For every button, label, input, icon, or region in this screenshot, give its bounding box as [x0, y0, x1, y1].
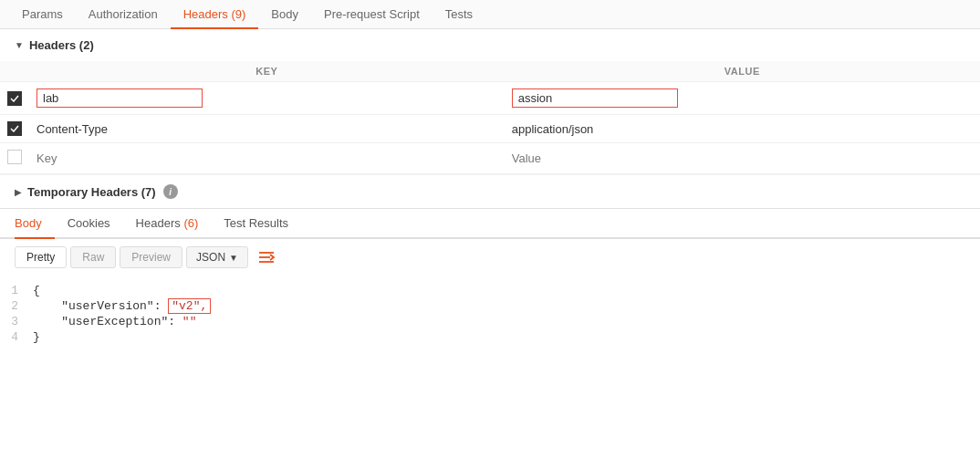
headers-section: ▼ Headers (2) KEY VALUE — [0, 29, 980, 208]
response-toolbar: Pretty Raw Preview JSON ▼ — [0, 239, 980, 276]
line-num-2: 2 — [0, 299, 33, 313]
code-content-2: "userVersion": "v2", — [33, 299, 980, 313]
key-input-placeholder[interactable] — [36, 151, 497, 165]
value-cell-placeholder[interactable] — [505, 143, 980, 174]
key-col-header: KEY — [29, 61, 505, 82]
code-content-1: { — [33, 284, 980, 297]
code-content-4: } — [33, 330, 980, 344]
key-highlight-1 — [36, 88, 203, 108]
tab-prerequest[interactable]: Pre-request Script — [311, 0, 433, 28]
chevron-down-icon: ▼ — [229, 253, 238, 263]
bottom-tab-body[interactable]: Body — [15, 209, 55, 237]
json-key-2: "userVersion" — [61, 299, 153, 313]
preview-button[interactable]: Preview — [120, 246, 182, 268]
key-cell-2[interactable] — [29, 115, 505, 143]
line-num-1: 1 — [0, 284, 33, 297]
checkbox-cell-2[interactable] — [0, 115, 29, 143]
key-input-1[interactable] — [43, 91, 196, 105]
bottom-tab-bar: Body Cookies Headers (6) Test Results — [0, 209, 980, 239]
tab-params[interactable]: Params — [9, 0, 76, 28]
tab-authorization[interactable]: Authorization — [76, 0, 171, 28]
headers-table: KEY VALUE — [0, 61, 980, 174]
section-arrow-down: ▼ — [15, 40, 24, 50]
tab-body[interactable]: Body — [258, 0, 311, 28]
value-input-1[interactable] — [518, 91, 672, 105]
checkbox-1[interactable] — [7, 91, 22, 106]
headers-section-toggle[interactable]: ▼ Headers (2) — [0, 29, 980, 61]
format-dropdown[interactable]: JSON ▼ — [186, 246, 248, 268]
temp-arrow-right: ▶ — [15, 187, 22, 197]
key-cell-placeholder[interactable] — [29, 143, 505, 174]
key-cell-1[interactable] — [29, 82, 505, 115]
tab-tests[interactable]: Tests — [433, 0, 485, 28]
value-col-header: VALUE — [505, 61, 980, 82]
bottom-tab-headers[interactable]: Headers (6) — [136, 209, 212, 237]
checkbox-placeholder[interactable] — [7, 150, 22, 164]
header-row-placeholder — [0, 143, 980, 174]
code-line-3: 3 "userException": "" — [0, 314, 980, 329]
json-value-highlight-2: "v2", — [168, 298, 211, 314]
value-cell-2[interactable] — [505, 115, 980, 143]
top-tab-bar: Params Authorization Headers (9) Body Pr… — [0, 0, 980, 29]
value-highlight-1 — [512, 88, 678, 108]
code-area: 1 { 2 "userVersion": "v2", 3 "userExcept… — [0, 276, 980, 352]
temporary-headers-toggle[interactable]: ▶ Temporary Headers (7) i — [0, 174, 980, 208]
bottom-tab-cookies[interactable]: Cookies — [68, 209, 123, 237]
wrap-icon[interactable] — [252, 246, 281, 268]
key-input-2[interactable] — [36, 122, 497, 136]
code-content-3: "userException": "" — [33, 315, 980, 328]
headers-section-title: Headers (2) — [29, 38, 94, 52]
header-row-2 — [0, 115, 980, 143]
raw-button[interactable]: Raw — [70, 246, 116, 268]
line-num-4: 4 — [0, 330, 33, 344]
checkbox-cell-placeholder[interactable] — [0, 143, 29, 174]
tab-headers[interactable]: Headers (9) — [171, 0, 259, 28]
line-num-3: 3 — [0, 315, 33, 328]
value-input-2[interactable] — [512, 122, 973, 136]
check-col-header — [0, 61, 29, 82]
checkbox-2[interactable] — [7, 121, 22, 136]
info-icon[interactable]: i — [163, 184, 178, 199]
code-line-1: 1 { — [0, 283, 980, 298]
value-input-placeholder[interactable] — [512, 151, 973, 165]
bottom-tab-test-results[interactable]: Test Results — [224, 209, 301, 237]
header-row-1 — [0, 82, 980, 115]
value-cell-1[interactable] — [505, 82, 980, 115]
json-key-3: "userException" — [61, 315, 168, 328]
checkbox-cell-1[interactable] — [0, 82, 29, 115]
pretty-button[interactable]: Pretty — [15, 246, 67, 268]
code-line-4: 4 } — [0, 329, 980, 345]
json-value-3: "" — [182, 315, 197, 328]
temp-header-label: Temporary Headers (7) — [27, 185, 156, 199]
code-line-2: 2 "userVersion": "v2", — [0, 298, 980, 314]
